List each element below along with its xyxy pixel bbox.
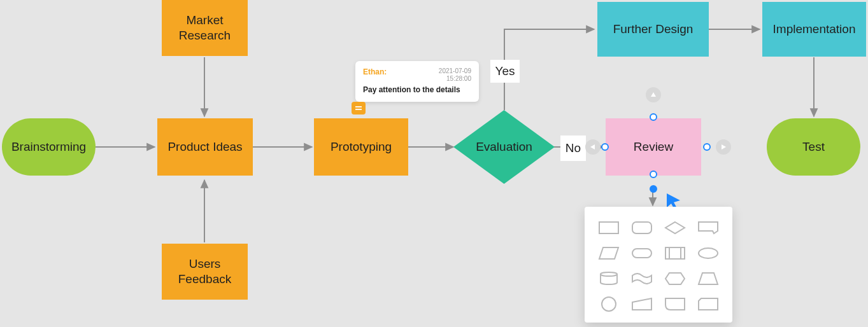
svg-marker-25 <box>665 273 685 284</box>
node-label: Users Feedback <box>178 256 231 287</box>
node-label: Review <box>634 139 673 155</box>
node-prototyping[interactable]: Prototyping <box>314 118 408 176</box>
shape-cylinder[interactable] <box>596 269 622 288</box>
arrows-layer <box>0 0 868 327</box>
node-review[interactable]: Review <box>606 118 701 176</box>
node-label: Test <box>802 139 825 155</box>
svg-marker-18 <box>599 247 618 259</box>
svg-marker-28 <box>632 298 651 310</box>
svg-rect-19 <box>632 249 651 258</box>
shape-picker-panel[interactable] <box>585 207 732 323</box>
shape-callout[interactable] <box>695 218 721 237</box>
svg-rect-15 <box>599 222 618 233</box>
expand-right-icon[interactable] <box>716 139 731 155</box>
comment-icon[interactable] <box>352 102 366 115</box>
shape-flag[interactable] <box>629 269 655 288</box>
node-users-feedback[interactable]: Users Feedback <box>162 244 248 300</box>
svg-point-23 <box>699 248 718 258</box>
node-product-ideas[interactable]: Product Ideas <box>157 118 253 176</box>
label-text: No <box>566 141 581 156</box>
comment-time: 15:28:00 <box>446 75 471 82</box>
comment-author: Ethan: <box>363 67 387 76</box>
shape-rectangle[interactable] <box>596 218 622 237</box>
shape-circle[interactable] <box>596 295 622 314</box>
shape-card[interactable] <box>695 295 721 314</box>
node-brainstorming[interactable]: Brainstorming <box>2 118 96 176</box>
node-label: Implementation <box>773 22 856 37</box>
selection-handle-top[interactable] <box>650 113 657 121</box>
shape-parallelogram[interactable] <box>596 244 622 263</box>
svg-marker-12 <box>651 92 656 97</box>
svg-marker-26 <box>699 273 718 284</box>
comment-header: Ethan: 2021-07-09 15:28:00 <box>363 67 471 83</box>
node-label: Market Research <box>179 13 231 43</box>
selection-handle-bottom-outer[interactable] <box>650 170 657 178</box>
node-label: Prototyping <box>331 139 392 155</box>
node-market-research[interactable]: Market Research <box>162 0 248 56</box>
svg-point-27 <box>602 297 616 311</box>
shape-rounded-rectangle[interactable] <box>629 218 655 237</box>
selection-handle-right[interactable] <box>703 143 711 151</box>
svg-rect-16 <box>632 222 651 233</box>
svg-rect-20 <box>665 247 685 259</box>
expand-up-icon[interactable] <box>646 87 661 102</box>
svg-marker-14 <box>722 144 726 150</box>
shape-capsule[interactable] <box>629 244 655 263</box>
node-label: Further Design <box>613 22 694 37</box>
shape-trapezoid[interactable] <box>695 269 721 288</box>
selection-handle-left[interactable] <box>601 143 609 151</box>
shape-hexagon[interactable] <box>662 269 688 288</box>
node-label: Brainstorming <box>11 139 86 155</box>
svg-point-24 <box>601 272 617 276</box>
node-label: Product Ideas <box>167 139 242 155</box>
svg-rect-10 <box>355 109 362 110</box>
shape-predefined-process[interactable] <box>662 244 688 263</box>
comment-meta: 2021-07-09 15:28:00 <box>439 67 471 83</box>
comment-date: 2021-07-09 <box>439 67 471 74</box>
shape-rounded-rect-small[interactable] <box>662 295 688 314</box>
svg-marker-17 <box>665 222 685 233</box>
edge-label-no[interactable]: No <box>560 136 586 161</box>
node-test[interactable]: Test <box>767 118 860 176</box>
selection-handle-bottom[interactable] <box>650 185 657 193</box>
expand-left-icon[interactable] <box>585 139 601 155</box>
node-label: Evaluation <box>476 140 532 154</box>
svg-marker-29 <box>699 298 718 310</box>
comment-body: Pay attention to the details <box>363 85 471 94</box>
edge-label-yes[interactable]: Yes <box>490 60 520 83</box>
node-implementation[interactable]: Implementation <box>762 2 866 57</box>
shape-manual-input[interactable] <box>629 295 655 314</box>
shape-diamond[interactable] <box>662 218 688 237</box>
svg-rect-9 <box>355 106 362 108</box>
comment-card[interactable]: Ethan: 2021-07-09 15:28:00 Pay attention… <box>355 61 479 102</box>
diagram-canvas[interactable]: Brainstorming Market Research Product Id… <box>0 0 868 327</box>
shape-ellipse[interactable] <box>695 244 721 263</box>
svg-marker-13 <box>590 144 595 150</box>
label-text: Yes <box>495 64 515 79</box>
node-further-design[interactable]: Further Design <box>597 2 709 57</box>
node-evaluation[interactable]: Evaluation <box>453 110 555 184</box>
